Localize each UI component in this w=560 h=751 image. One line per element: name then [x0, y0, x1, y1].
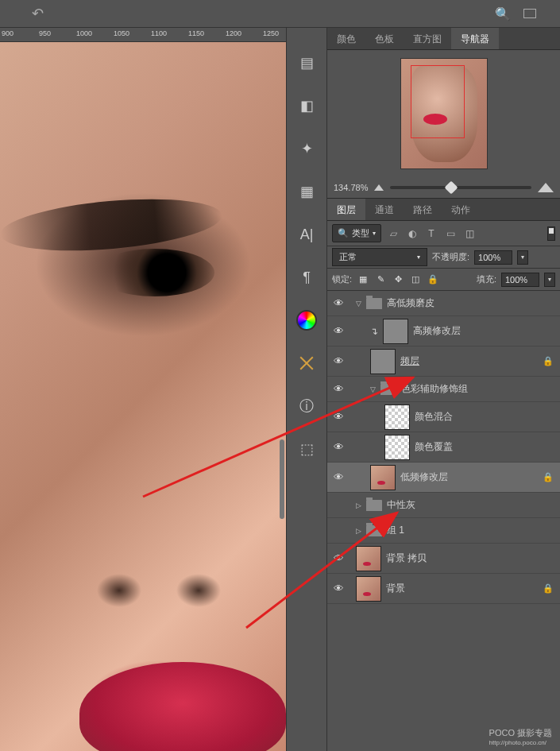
layer-row[interactable]: 👁频层🔒 [327, 346, 560, 377]
filter-type-icon[interactable]: T [424, 226, 438, 241]
layers-tab-3[interactable]: 动作 [442, 199, 480, 220]
lock-move-icon[interactable]: ✥ [392, 273, 404, 286]
undo-icon[interactable]: ↶ [32, 5, 44, 22]
info-icon[interactable]: ⓘ [294, 393, 319, 419]
layers-tab-0[interactable]: 图层 [327, 199, 365, 220]
view-mode-icon[interactable] [523, 9, 536, 18]
zoom-value[interactable]: 134.78% [334, 183, 368, 192]
fill-input[interactable]: 100% [501, 273, 539, 287]
folder-icon [366, 298, 382, 309]
layer-name-label[interactable]: 组 1 [387, 524, 557, 537]
layer-row[interactable]: 👁↴高频修改层 [327, 316, 560, 346]
ruler-mark: 1150 [188, 29, 204, 37]
visibility-eye-icon[interactable]: 👁 [330, 441, 346, 453]
lock-trans-icon[interactable]: ▦ [357, 273, 369, 286]
layer-thumbnail[interactable] [383, 319, 408, 344]
layer-group-row[interactable]: ▷中性灰 [327, 493, 560, 518]
watermark: POCO 摄影专题 http://photo.poco.cn/ [489, 727, 552, 746]
search-icon[interactable]: 🔍 [495, 6, 511, 21]
layer-thumbnail[interactable] [356, 576, 381, 602]
ruler-mark: 1000 [76, 29, 92, 37]
nav-tab-1[interactable]: 色板 [365, 28, 404, 49]
lock-all-icon[interactable]: 🔒 [427, 273, 439, 286]
lock-icon: 🔒 [543, 356, 557, 366]
ruler-tool-icon[interactable]: ◧ [294, 93, 319, 118]
layer-name-label[interactable]: 背景 [386, 582, 538, 595]
brush-icon[interactable]: ✦ [294, 136, 319, 161]
filter-image-icon[interactable]: ▱ [386, 226, 400, 241]
layer-name-label[interactable]: 低频修改层 [400, 470, 538, 484]
layer-name-label[interactable]: 中性灰 [387, 498, 557, 512]
opacity-dropdown-icon[interactable]: ▾ [517, 250, 528, 265]
filter-adjust-icon[interactable]: ◐ [405, 226, 419, 241]
nav-tab-0[interactable]: 颜色 [327, 28, 365, 49]
watermark-main: POCO 摄影专题 [489, 727, 552, 739]
cube-icon[interactable]: ⬚ [294, 436, 319, 462]
swatches-icon[interactable]: ▦ [294, 179, 319, 204]
folder-icon [366, 500, 382, 511]
paragraph-icon[interactable]: ¶ [294, 265, 319, 290]
navigator-thumb-area[interactable] [327, 50, 560, 177]
visibility-eye-icon[interactable]: 👁 [330, 411, 346, 423]
type-a-icon[interactable]: A| [294, 222, 319, 247]
layer-name-label[interactable]: 颜色混合 [415, 410, 557, 424]
layer-row[interactable]: 👁颜色覆盖 [327, 432, 560, 463]
blend-mode-select[interactable]: 正常 ▾ [332, 248, 427, 266]
group-toggle-icon[interactable]: ▽ [370, 385, 376, 393]
layer-group-row[interactable]: 👁▽高低频磨皮 [327, 291, 560, 316]
visibility-eye-icon[interactable]: 👁 [330, 355, 346, 367]
canvas-scrollbar[interactable] [280, 439, 284, 519]
layer-name-label[interactable]: 高低频磨皮 [387, 296, 557, 310]
layer-row[interactable]: 👁背景 拷贝 [327, 544, 560, 574]
filter-smart-icon[interactable]: ◫ [462, 226, 477, 241]
layer-thumbnail[interactable] [370, 349, 396, 374]
zoom-out-icon[interactable] [374, 184, 384, 191]
zoom-slider[interactable] [390, 186, 531, 189]
nav-panel-tabs: 颜色色板直方图导航器 [327, 28, 560, 50]
filter-toggle[interactable] [547, 226, 555, 241]
color-wheel-icon[interactable] [294, 308, 319, 333]
navigator-viewport-box[interactable] [411, 65, 465, 138]
layer-name-label[interactable]: 高频修改层 [413, 324, 557, 338]
histogram-icon[interactable]: ▤ [294, 50, 319, 75]
fill-dropdown-icon[interactable]: ▾ [544, 273, 555, 287]
tool-dock: ▤ ◧ ✦ ▦ A| ¶ ⓘ ⬚ [286, 28, 327, 751]
layer-thumbnail[interactable] [370, 465, 396, 490]
group-toggle-icon[interactable]: ▷ [356, 527, 361, 535]
lock-artboard-icon[interactable]: ◫ [409, 273, 422, 286]
layers-tab-2[interactable]: 路径 [404, 199, 442, 220]
visibility-eye-icon[interactable]: 👁 [330, 471, 346, 483]
layers-tab-1[interactable]: 通道 [365, 199, 404, 220]
layer-name-label[interactable]: 颜色覆盖 [415, 440, 557, 454]
layer-row[interactable]: 👁低频修改层🔒 [327, 463, 560, 493]
visibility-eye-icon[interactable]: 👁 [330, 583, 346, 594]
visibility-eye-icon[interactable]: 👁 [330, 325, 346, 337]
layer-thumbnail[interactable] [384, 435, 410, 460]
opacity-input[interactable]: 100% [474, 250, 512, 265]
layer-row[interactable]: 👁颜色混合 [327, 402, 560, 432]
crossed-tools-icon[interactable] [294, 350, 319, 376]
layer-thumbnail[interactable] [384, 405, 410, 430]
visibility-eye-icon[interactable]: 👁 [330, 297, 346, 309]
layers-panel: 图层通道路径动作 🔍类型▾ ▱ ◐ T ▭ ◫ 正常 ▾ [327, 199, 560, 751]
group-toggle-icon[interactable]: ▽ [356, 300, 361, 308]
filter-shape-icon[interactable]: ▭ [443, 226, 458, 241]
canvas-area: 900950100010501100115012001250 [0, 28, 286, 751]
layer-group-row[interactable]: 👁▽色彩辅助修饰组 [327, 377, 560, 402]
layer-name-label[interactable]: 背景 拷贝 [386, 552, 557, 565]
lock-paint-icon[interactable]: ✎ [374, 273, 387, 286]
canvas-image[interactable] [0, 42, 286, 751]
nav-tab-3[interactable]: 导航器 [451, 28, 499, 49]
layer-group-row[interactable]: ▷组 1 [327, 518, 560, 544]
filter-type-select[interactable]: 🔍类型▾ [332, 224, 381, 242]
layer-thumbnail[interactable] [356, 546, 381, 571]
group-toggle-icon[interactable]: ▷ [356, 501, 361, 509]
layer-name-label[interactable]: 频层 [400, 354, 538, 368]
layer-row[interactable]: 👁背景🔒 [327, 574, 560, 604]
lock-icon: 🔒 [543, 583, 557, 594]
nav-tab-2[interactable]: 直方图 [404, 28, 451, 49]
layer-name-label[interactable]: 色彩辅助修饰组 [401, 382, 557, 396]
visibility-eye-icon[interactable]: 👁 [330, 552, 346, 564]
zoom-in-icon[interactable] [538, 183, 554, 192]
visibility-eye-icon[interactable]: 👁 [330, 383, 346, 395]
